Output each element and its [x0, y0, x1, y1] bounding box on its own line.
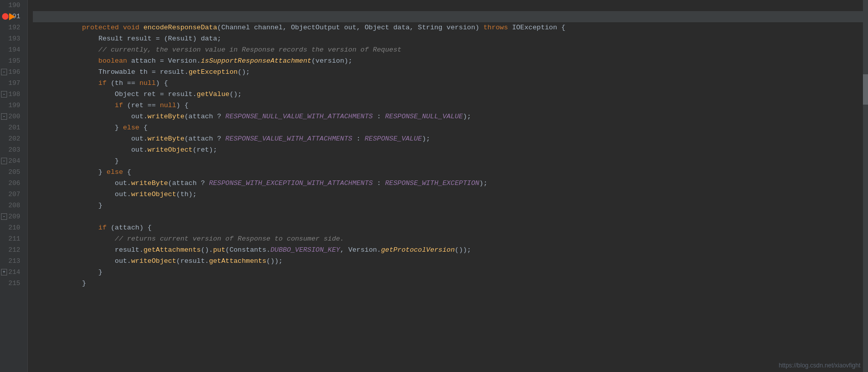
line-191: 191: [0, 11, 23, 22]
code-line-208: [33, 200, 868, 211]
line-207: 207: [0, 189, 23, 200]
line-200: - 200: [0, 111, 23, 122]
code-line-191: protected void encodeResponseData(Channe…: [33, 11, 868, 22]
breakpoint-icon[interactable]: [2, 13, 9, 20]
line-193: 193: [0, 33, 23, 44]
line-214: + 214: [0, 267, 23, 278]
fold-198-icon[interactable]: -: [1, 91, 7, 98]
code-line-205: out.writeByte(attach ? RESPONSE_WITH_EXC…: [33, 167, 868, 178]
line-196: - 196: [0, 67, 23, 78]
line-198: - 198: [0, 89, 23, 100]
code-line-213: }: [33, 256, 868, 267]
code-line-204: } else {: [33, 156, 868, 167]
code-line-207: }: [33, 189, 868, 200]
code-line-214: }: [33, 267, 868, 278]
code-line-194: boolean attach = Version.isSupportRespon…: [33, 44, 868, 56]
line-numbers: 190 191 192 193 194 195 - 196 197: [0, 0, 23, 289]
code-line-215: [33, 278, 868, 289]
line-192: 192: [0, 22, 23, 33]
line-190: 190: [0, 0, 23, 11]
code-lines: @Override protected void encodeResponseD…: [33, 0, 868, 289]
code-line-195: Throwable th = result.getException();: [33, 56, 868, 67]
line-212: 212: [0, 245, 23, 256]
line-211: 211: [0, 234, 23, 245]
watermark: https://blog.csdn.net/xiaovfight: [779, 362, 860, 369]
line-205: 205: [0, 167, 23, 178]
line-206: 206: [0, 178, 23, 189]
line-208: 208: [0, 200, 23, 211]
fold-209-icon[interactable]: -: [1, 213, 7, 220]
code-line-199: out.writeByte(attach ? RESPONSE_NULL_VAL…: [33, 100, 868, 111]
code-line-212: out.writeObject(result.getAttachments())…: [33, 245, 868, 256]
line-194: 194: [0, 44, 23, 56]
code-line-209: if (attach) {: [33, 211, 868, 222]
code-line-201: out.writeByte(attach ? RESPONSE_VALUE_WI…: [33, 122, 868, 133]
code-line-192: Result result = (Result) data;: [33, 22, 868, 33]
code-line-198: if (ret == null) {: [33, 89, 868, 100]
code-line-203: }: [33, 145, 868, 156]
vertical-scrollbar[interactable]: [863, 0, 868, 372]
code-line-196: if (th == null) {: [33, 67, 868, 78]
fold-204-icon[interactable]: -: [1, 158, 7, 164]
line-202: 202: [0, 133, 23, 145]
code-line-202: out.writeObject(ret);: [33, 133, 868, 145]
code-line-210: // returns current version of Response t…: [33, 222, 868, 234]
code-line-211: result.getAttachments().put(Constants.DU…: [33, 234, 868, 245]
code-215: [66, 291, 70, 298]
line-210: 210: [0, 222, 23, 234]
line-199: 199: [0, 100, 23, 111]
line-203: 203: [0, 145, 23, 156]
fold-214-icon[interactable]: +: [1, 269, 7, 275]
code-line-206: out.writeObject(th);: [33, 178, 868, 189]
line-201: 201: [0, 122, 23, 133]
line-195: 195: [0, 56, 23, 67]
fold-196-icon[interactable]: -: [1, 69, 7, 75]
code-line-197: Object ret = result.getValue();: [33, 78, 868, 89]
line-213: 213: [0, 256, 23, 267]
line-197: 197: [0, 78, 23, 89]
line-204: - 204: [0, 156, 23, 167]
scrollbar-thumb[interactable]: [863, 74, 868, 105]
line-215: 215: [0, 278, 23, 289]
code-editor: 190 191 192 193 194 195 - 196 197: [0, 0, 868, 372]
code-line-200: } else {: [33, 111, 868, 122]
debug-arrow-icon: [9, 13, 15, 20]
code-content: @Override protected void encodeResponseD…: [28, 0, 868, 372]
code-line-190: @Override: [33, 0, 868, 11]
line-gutter: 190 191 192 193 194 195 - 196 197: [0, 0, 28, 372]
line-209: - 209: [0, 211, 23, 222]
fold-200-icon[interactable]: -: [1, 113, 7, 120]
code-line-193: // currently, the version value in Respo…: [33, 33, 868, 44]
